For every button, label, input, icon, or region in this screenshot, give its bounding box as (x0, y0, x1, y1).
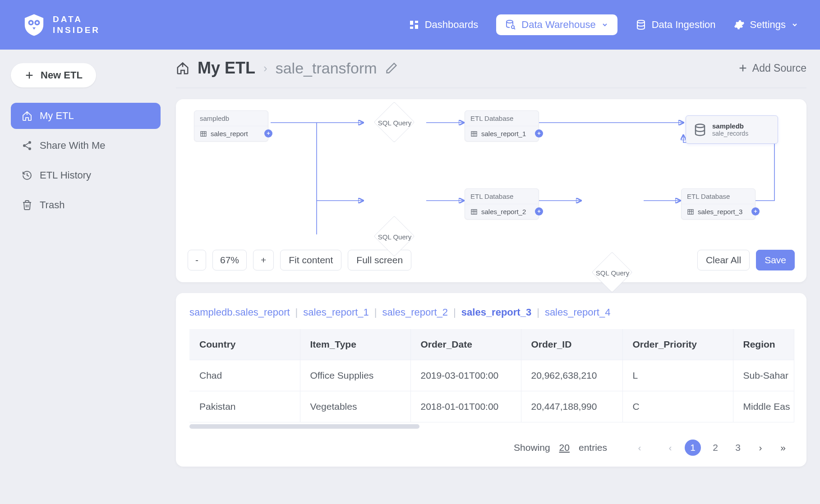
page-3[interactable]: 3 (730, 440, 746, 456)
dashboard-icon (409, 19, 419, 30)
db3-title: ETL Database (682, 189, 755, 204)
tab-separator: | (374, 307, 377, 318)
tab-sampledb-sales_report[interactable]: sampledb.sales_report (189, 307, 290, 318)
nav-data-ingestion[interactable]: Data Ingestion (636, 19, 716, 31)
breadcrumb: My ETL › sale_transform Add Source (176, 59, 806, 88)
plus-icon (24, 70, 34, 80)
chevron-down-icon (791, 21, 798, 28)
col-header[interactable]: Order_ID (521, 329, 622, 360)
svg-rect-4 (410, 21, 413, 25)
canvas-sql-query-3[interactable]: SQL Query (581, 255, 644, 291)
sidebar-item-trash-label: Trash (40, 199, 64, 211)
col-header[interactable]: Order_Date (410, 329, 521, 360)
table-cell: Chad (189, 360, 300, 391)
horizontal-scrollbar[interactable] (189, 424, 419, 429)
tab-separator: | (453, 307, 456, 318)
history-icon (22, 170, 32, 181)
table-cell: 2019-03-01T00:00 (410, 360, 521, 391)
add-source-button[interactable]: Add Source (738, 62, 806, 74)
table-cell: L (622, 360, 733, 391)
nav-data-warehouse[interactable]: Data Warehouse (496, 14, 617, 35)
sidebar-item-share[interactable]: Share With Me (11, 133, 161, 159)
clear-all-button[interactable]: Clear All (697, 250, 750, 270)
svg-rect-44 (688, 209, 693, 214)
svg-rect-7 (410, 27, 413, 29)
sql-query-1-label: SQL Query (363, 105, 426, 141)
canvas-db2-node[interactable]: ETL Database sales_report_2 (465, 188, 539, 220)
table-cell: Sub-Sahar (733, 360, 794, 391)
page-2[interactable]: 2 (707, 440, 723, 456)
brand-line-2: INSIDER (53, 25, 100, 36)
add-connector-dot[interactable]: + (264, 129, 272, 137)
table-cell: C (622, 391, 733, 422)
sidebar-item-my-etl[interactable]: My ETL (11, 103, 161, 129)
sidebar-item-history[interactable]: ETL History (11, 162, 161, 188)
page-prev[interactable]: ‹ (631, 440, 648, 456)
breadcrumb-current: sale_transform (276, 60, 377, 77)
svg-point-16 (23, 144, 26, 147)
col-header[interactable]: Country (189, 329, 300, 360)
page-prev-2[interactable]: ‹ (662, 440, 678, 456)
add-connector-dot[interactable]: + (751, 207, 760, 215)
svg-point-8 (507, 20, 513, 23)
col-header[interactable]: Item_Type (300, 329, 410, 360)
tab-sales_report_1[interactable]: sales_report_1 (303, 307, 369, 318)
table-row[interactable]: PakistanVegetables2018-01-01T00:0020,447… (189, 391, 794, 422)
canvas-sql-query-2[interactable]: SQL Query (363, 219, 426, 255)
add-connector-dot[interactable]: + (535, 207, 543, 215)
breadcrumb-root[interactable]: My ETL (198, 59, 255, 78)
canvas-sql-query-1[interactable]: SQL Query (363, 105, 426, 141)
nav-settings[interactable]: Settings (734, 19, 799, 31)
col-header[interactable]: Region (733, 329, 794, 360)
table-cell: 20,962,638,210 (521, 360, 622, 391)
page-next[interactable]: › (752, 440, 769, 456)
result-tabs: sampledb.sales_report|sales_report_1|sal… (176, 307, 806, 329)
pencil-icon[interactable] (385, 62, 398, 74)
canvas-source-node[interactable]: sampledb sales_report (194, 110, 268, 142)
new-etl-label: New ETL (41, 69, 83, 81)
col-header[interactable]: Order_Priority (622, 329, 733, 360)
source-db-name: sampledb (194, 111, 268, 126)
share-nodes-icon (22, 140, 32, 151)
sql-query-3-label: SQL Query (581, 255, 644, 291)
table-icon (470, 208, 478, 215)
tab-sales_report_4[interactable]: sales_report_4 (545, 307, 611, 318)
showing-prefix: Showing (514, 442, 550, 453)
page-1[interactable]: 1 (685, 440, 701, 456)
new-etl-button[interactable]: New ETL (11, 63, 96, 87)
result-db-name: sampledb (712, 122, 748, 130)
tab-sales_report_3[interactable]: sales_report_3 (461, 307, 531, 318)
table-row[interactable]: ChadOffice Supplies2019-03-01T00:0020,96… (189, 360, 794, 391)
database-icon (693, 123, 707, 137)
entries-count[interactable]: 20 (559, 442, 570, 453)
sql-query-2-label: SQL Query (363, 219, 426, 255)
svg-rect-35 (471, 131, 477, 136)
sidebar-item-trash[interactable]: Trash (11, 192, 161, 218)
save-button[interactable]: Save (756, 250, 795, 270)
zoom-level[interactable]: 67% (212, 250, 247, 270)
nav-dashboards[interactable]: Dashboards (409, 19, 479, 31)
add-connector-dot[interactable]: + (535, 129, 543, 137)
svg-point-9 (511, 26, 514, 28)
table-cell: Middle Eas (733, 391, 794, 422)
zoom-out-button[interactable]: - (188, 250, 206, 270)
table-icon (200, 130, 207, 137)
svg-line-10 (514, 28, 516, 30)
canvas-db1-node[interactable]: ETL Database sales_report_1 (465, 110, 539, 142)
tab-separator: | (537, 307, 539, 318)
svg-point-15 (28, 141, 31, 144)
gear-icon (734, 19, 745, 30)
plus-icon (738, 63, 748, 73)
db1-title: ETL Database (465, 111, 539, 126)
svg-rect-31 (201, 131, 206, 136)
entries-label: entries (579, 442, 607, 453)
fit-content-button[interactable]: Fit content (280, 250, 341, 270)
canvas-result-node[interactable]: sampledb sale_records (686, 115, 778, 144)
canvas-db3-node[interactable]: ETL Database sales_report_3 (681, 188, 756, 220)
breadcrumb-separator: › (263, 61, 267, 75)
tab-sales_report_2[interactable]: sales_report_2 (382, 307, 448, 318)
tab-separator: | (295, 307, 298, 318)
etl-canvas[interactable]: sampledb sales_report + SQL Query ETL Da… (176, 99, 806, 243)
zoom-in-button[interactable]: + (253, 250, 274, 270)
page-last[interactable]: » (775, 440, 791, 456)
